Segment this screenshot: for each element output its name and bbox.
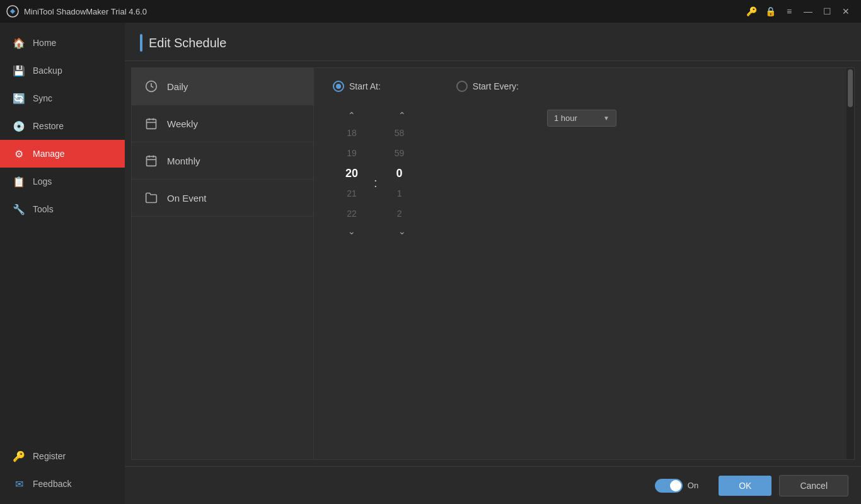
- hour-val-18: 18: [333, 123, 371, 143]
- on-event-icon: [144, 191, 158, 205]
- hours-col: ⌃: [333, 108, 371, 123]
- sidebar-item-tools[interactable]: 🔧 Tools: [0, 195, 125, 223]
- lock-icon[interactable]: 🔒: [761, 3, 779, 20]
- hour-val-22: 22: [333, 203, 371, 224]
- toggle-thumb: [670, 480, 681, 491]
- time-arrows-down: ⌄ ⌄: [333, 224, 421, 239]
- hour-dropdown-container: 1 hour ▼: [547, 105, 616, 127]
- start-every-label: Start Every:: [473, 81, 519, 91]
- sidebar-bottom: 🔑 Register ✉ Feedback: [0, 442, 125, 504]
- sync-icon: 🔄: [13, 92, 25, 105]
- logs-icon: 📋: [13, 175, 25, 188]
- key-icon[interactable]: 🔑: [743, 3, 760, 20]
- restore-icon: 💿: [13, 120, 25, 132]
- monthly-label: Monthly: [167, 156, 200, 166]
- bottom-bar: On OK Cancel: [125, 466, 861, 504]
- app-title: MiniTool ShadowMaker Trial 4.6.0: [24, 7, 743, 16]
- minutes-down-arrow[interactable]: ⌄: [390, 224, 415, 239]
- minimize-button[interactable]: —: [799, 3, 817, 20]
- schedule-type-daily[interactable]: Daily: [132, 68, 313, 105]
- on-toggle[interactable]: [655, 479, 683, 493]
- sidebar-item-restore[interactable]: 💿 Restore: [0, 112, 125, 140]
- time-values-row: 18 19 20 21 22 : 58 59 0 1: [333, 123, 419, 224]
- cancel-button[interactable]: Cancel: [779, 475, 848, 496]
- backup-icon: 💾: [13, 64, 25, 77]
- sidebar-label-tools: Tools: [33, 204, 54, 214]
- menu-icon[interactable]: ≡: [780, 3, 798, 20]
- sidebar-item-home[interactable]: 🏠 Home: [0, 29, 125, 57]
- sidebar-item-logs[interactable]: 📋 Logs: [0, 168, 125, 195]
- schedule-radio-row: Start At: Start Every:: [333, 81, 835, 92]
- start-every-option[interactable]: Start Every:: [456, 81, 519, 92]
- time-picker: ⌃ ⌃ 18 19 20 21: [333, 108, 421, 239]
- app-logo: [6, 5, 19, 18]
- start-at-label: Start At:: [349, 81, 381, 91]
- sidebar-label-restore: Restore: [33, 121, 64, 131]
- hour-val-20[interactable]: 20: [333, 163, 371, 183]
- schedule-type-weekly[interactable]: Weekly: [132, 105, 313, 142]
- start-every-radio[interactable]: [456, 81, 468, 92]
- manage-icon: ⚙: [13, 147, 25, 160]
- min-val-1: 1: [381, 183, 419, 203]
- scrollbar-thumb[interactable]: [848, 69, 853, 107]
- sidebar-label-home: Home: [33, 38, 56, 48]
- time-arrows-up: ⌃ ⌃: [333, 108, 421, 123]
- min-val-0[interactable]: 0: [381, 163, 419, 183]
- time-and-dropdown-row: ⌃ ⌃ 18 19 20 21: [333, 105, 835, 239]
- sidebar-item-feedback[interactable]: ✉ Feedback: [0, 470, 125, 498]
- sidebar-label-manage: Manage: [33, 149, 65, 159]
- header-accent: [140, 34, 142, 52]
- page-title: Edit Schedule: [149, 36, 226, 50]
- schedule-type-monthly[interactable]: Monthly: [132, 142, 313, 180]
- schedule-area: Daily Weekly: [125, 61, 861, 466]
- svg-rect-6: [147, 156, 156, 166]
- sidebar-item-register[interactable]: 🔑 Register: [0, 442, 125, 470]
- monthly-icon: [144, 154, 158, 168]
- schedule-type-on-event[interactable]: On Event: [132, 180, 313, 217]
- sidebar: 🏠 Home 💾 Backup 🔄 Sync 💿 Restore ⚙ Manag…: [0, 23, 125, 504]
- hours-down-col: ⌄: [333, 224, 371, 239]
- hour-dropdown[interactable]: 1 hour ▼: [547, 110, 616, 127]
- toggle-label: On: [688, 481, 698, 490]
- sidebar-label-logs: Logs: [33, 176, 52, 186]
- min-val-58: 58: [381, 123, 419, 143]
- window-controls: 🔑 🔒 ≡ — ☐ ✕: [743, 3, 855, 20]
- sidebar-item-backup[interactable]: 💾 Backup: [0, 57, 125, 84]
- min-val-2: 2: [381, 203, 419, 224]
- start-at-radio[interactable]: [333, 81, 344, 92]
- close-button[interactable]: ✕: [837, 3, 855, 20]
- daily-label: Daily: [167, 81, 188, 92]
- on-event-label: On Event: [167, 193, 207, 203]
- minutes-values: 58 59 0 1 2: [381, 123, 419, 224]
- weekly-icon: [144, 117, 158, 130]
- register-icon: 🔑: [13, 450, 25, 462]
- hour-dropdown-value: 1 hour: [554, 113, 577, 123]
- schedule-type-list: Daily Weekly: [131, 67, 314, 460]
- weekly-label: Weekly: [167, 118, 198, 129]
- titlebar: MiniTool ShadowMaker Trial 4.6.0 🔑 🔒 ≡ —…: [0, 0, 861, 23]
- time-colon: :: [371, 176, 381, 190]
- minutes-col: ⌃: [383, 108, 421, 123]
- ok-button[interactable]: OK: [719, 476, 771, 496]
- start-at-option[interactable]: Start At:: [333, 81, 381, 92]
- minutes-down-col: ⌄: [383, 224, 421, 239]
- sidebar-item-manage[interactable]: ⚙ Manage: [0, 140, 125, 168]
- scrollbar[interactable]: [847, 68, 854, 459]
- hours-down-arrow[interactable]: ⌄: [339, 224, 364, 239]
- daily-icon: [144, 79, 158, 93]
- hours-up-arrow[interactable]: ⌃: [339, 108, 364, 123]
- page-header: Edit Schedule: [125, 23, 861, 61]
- home-icon: 🏠: [13, 37, 25, 49]
- min-val-59: 59: [381, 143, 419, 163]
- hours-values: 18 19 20 21 22: [333, 123, 371, 224]
- hour-val-21: 21: [333, 183, 371, 203]
- sidebar-item-sync[interactable]: 🔄 Sync: [0, 84, 125, 112]
- hour-val-19: 19: [333, 143, 371, 163]
- svg-rect-2: [147, 119, 156, 129]
- feedback-icon: ✉: [13, 478, 25, 490]
- maximize-button[interactable]: ☐: [818, 3, 836, 20]
- sidebar-label-sync: Sync: [33, 93, 52, 103]
- sidebar-label-feedback: Feedback: [33, 479, 71, 489]
- sidebar-label-backup: Backup: [33, 66, 62, 76]
- minutes-up-arrow[interactable]: ⌃: [390, 108, 415, 123]
